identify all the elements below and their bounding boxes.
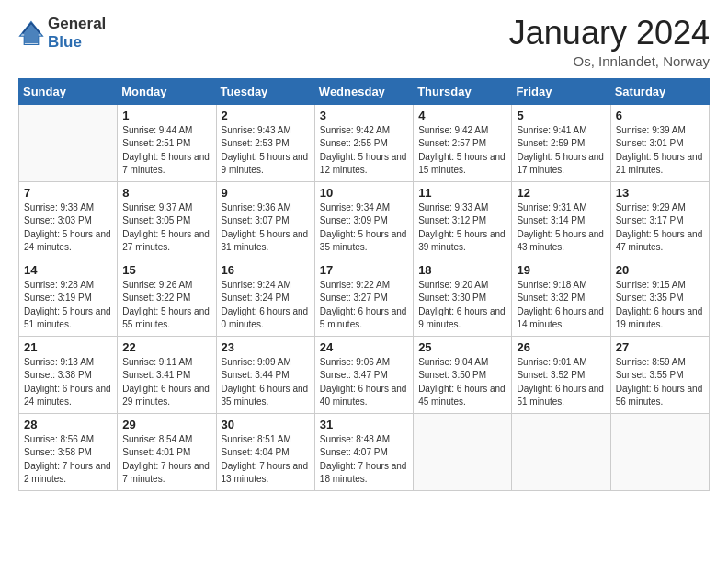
day-number: 12 — [517, 186, 605, 200]
day-number: 29 — [122, 418, 210, 431]
cell-content: Sunrise: 9:11 AMSunset: 3:41 PMDaylight:… — [122, 356, 210, 409]
calendar-row-5: 28Sunrise: 8:56 AMSunset: 3:58 PMDayligh… — [19, 413, 710, 490]
page: General Blue January 2024 Os, Innlandet,… — [0, 0, 728, 563]
day-number: 3 — [320, 109, 408, 122]
cell-content: Sunrise: 8:59 AMSunset: 3:55 PMDaylight:… — [616, 356, 704, 409]
day-number: 16 — [222, 263, 310, 277]
cell-content: Sunrise: 9:18 AMSunset: 3:32 PMDaylight:… — [517, 279, 605, 332]
calendar-cell — [19, 104, 118, 181]
cell-content: Sunrise: 9:39 AMSunset: 3:01 PMDaylight:… — [616, 124, 704, 178]
cell-content: Sunrise: 9:42 AMSunset: 2:57 PMDaylight:… — [418, 124, 506, 178]
calendar-cell: 9Sunrise: 9:36 AMSunset: 3:07 PMDaylight… — [216, 181, 314, 259]
calendar-cell: 1Sunrise: 9:44 AMSunset: 2:51 PMDaylight… — [118, 104, 216, 181]
day-number: 26 — [517, 340, 605, 354]
calendar-row-1: 1Sunrise: 9:44 AMSunset: 2:51 PMDaylight… — [19, 104, 710, 181]
cell-content: Sunrise: 9:13 AMSunset: 3:38 PMDaylight:… — [24, 356, 112, 409]
calendar-cell: 22Sunrise: 9:11 AMSunset: 3:41 PMDayligh… — [118, 336, 216, 413]
cell-content: Sunrise: 9:37 AMSunset: 3:05 PMDaylight:… — [122, 201, 210, 255]
logo-general: General — [48, 15, 106, 33]
calendar-cell: 25Sunrise: 9:04 AMSunset: 3:50 PMDayligh… — [414, 336, 512, 413]
calendar-cell: 31Sunrise: 8:48 AMSunset: 4:07 PMDayligh… — [314, 413, 413, 490]
day-number: 31 — [320, 418, 408, 431]
cell-content: Sunrise: 8:54 AMSunset: 4:01 PMDaylight:… — [122, 433, 210, 487]
logo-icon — [18, 20, 44, 46]
cell-content: Sunrise: 9:09 AMSunset: 3:44 PMDaylight:… — [222, 356, 310, 409]
cell-content: Sunrise: 9:15 AMSunset: 3:35 PMDaylight:… — [616, 279, 704, 332]
day-number: 8 — [122, 186, 210, 200]
calendar-cell: 30Sunrise: 8:51 AMSunset: 4:04 PMDayligh… — [216, 413, 314, 490]
day-number: 30 — [222, 418, 310, 431]
calendar-cell: 19Sunrise: 9:18 AMSunset: 3:32 PMDayligh… — [512, 259, 610, 336]
calendar-cell: 28Sunrise: 8:56 AMSunset: 3:58 PMDayligh… — [19, 413, 118, 490]
cell-content: Sunrise: 9:42 AMSunset: 2:55 PMDaylight:… — [320, 124, 408, 178]
calendar-cell: 12Sunrise: 9:31 AMSunset: 3:14 PMDayligh… — [512, 181, 610, 259]
day-number: 21 — [24, 340, 112, 354]
day-number: 19 — [517, 263, 605, 277]
weekday-header-wednesday: Wednesday — [314, 78, 413, 104]
calendar-cell: 8Sunrise: 9:37 AMSunset: 3:05 PMDaylight… — [118, 181, 216, 259]
calendar-cell — [610, 413, 709, 490]
calendar-location: Os, Innlandet, Norway — [509, 53, 710, 69]
cell-content: Sunrise: 9:01 AMSunset: 3:52 PMDaylight:… — [517, 356, 605, 409]
cell-content: Sunrise: 9:33 AMSunset: 3:12 PMDaylight:… — [418, 201, 506, 255]
cell-content: Sunrise: 9:36 AMSunset: 3:07 PMDaylight:… — [222, 201, 310, 255]
day-number: 28 — [24, 418, 112, 431]
weekday-header-saturday: Saturday — [610, 78, 709, 104]
calendar-cell — [512, 413, 610, 490]
calendar-cell: 29Sunrise: 8:54 AMSunset: 4:01 PMDayligh… — [118, 413, 216, 490]
calendar-title: January 2024 — [509, 15, 710, 52]
calendar-cell: 5Sunrise: 9:41 AMSunset: 2:59 PMDaylight… — [512, 104, 610, 181]
calendar-cell: 24Sunrise: 9:06 AMSunset: 3:47 PMDayligh… — [314, 336, 413, 413]
calendar-cell: 15Sunrise: 9:26 AMSunset: 3:22 PMDayligh… — [118, 259, 216, 336]
calendar-cell: 7Sunrise: 9:38 AMSunset: 3:03 PMDaylight… — [19, 181, 118, 259]
day-number: 6 — [616, 109, 704, 122]
calendar-table: SundayMondayTuesdayWednesdayThursdayFrid… — [18, 78, 710, 491]
cell-content: Sunrise: 9:38 AMSunset: 3:03 PMDaylight:… — [24, 201, 112, 255]
cell-content: Sunrise: 9:24 AMSunset: 3:24 PMDaylight:… — [222, 279, 310, 332]
day-number: 4 — [418, 109, 506, 122]
day-number: 5 — [517, 109, 605, 122]
weekday-header-friday: Friday — [512, 78, 610, 104]
logo: General Blue — [18, 15, 106, 51]
calendar-cell: 26Sunrise: 9:01 AMSunset: 3:52 PMDayligh… — [512, 336, 610, 413]
weekday-header-tuesday: Tuesday — [216, 78, 314, 104]
calendar-row-4: 21Sunrise: 9:13 AMSunset: 3:38 PMDayligh… — [19, 336, 710, 413]
cell-content: Sunrise: 8:51 AMSunset: 4:04 PMDaylight:… — [222, 433, 310, 487]
title-block: January 2024 Os, Innlandet, Norway — [509, 15, 710, 69]
calendar-cell: 14Sunrise: 9:28 AMSunset: 3:19 PMDayligh… — [19, 259, 118, 336]
calendar-cell: 21Sunrise: 9:13 AMSunset: 3:38 PMDayligh… — [19, 336, 118, 413]
cell-content: Sunrise: 9:20 AMSunset: 3:30 PMDaylight:… — [418, 279, 506, 332]
calendar-cell: 17Sunrise: 9:22 AMSunset: 3:27 PMDayligh… — [314, 259, 413, 336]
calendar-cell: 2Sunrise: 9:43 AMSunset: 2:53 PMDaylight… — [216, 104, 314, 181]
day-number: 27 — [616, 340, 704, 354]
day-number: 11 — [418, 186, 506, 200]
day-number: 18 — [418, 263, 506, 277]
day-number: 14 — [24, 263, 112, 277]
cell-content: Sunrise: 9:04 AMSunset: 3:50 PMDaylight:… — [418, 356, 506, 409]
day-number: 24 — [320, 340, 408, 354]
cell-content: Sunrise: 9:29 AMSunset: 3:17 PMDaylight:… — [616, 201, 704, 255]
cell-content: Sunrise: 9:22 AMSunset: 3:27 PMDaylight:… — [320, 279, 408, 332]
cell-content: Sunrise: 9:41 AMSunset: 2:59 PMDaylight:… — [517, 124, 605, 178]
cell-content: Sunrise: 8:48 AMSunset: 4:07 PMDaylight:… — [320, 433, 408, 487]
cell-content: Sunrise: 9:26 AMSunset: 3:22 PMDaylight:… — [122, 279, 210, 332]
calendar-cell: 27Sunrise: 8:59 AMSunset: 3:55 PMDayligh… — [610, 336, 709, 413]
day-number: 17 — [320, 263, 408, 277]
day-number: 1 — [122, 109, 210, 122]
calendar-cell: 13Sunrise: 9:29 AMSunset: 3:17 PMDayligh… — [610, 181, 709, 259]
cell-content: Sunrise: 8:56 AMSunset: 3:58 PMDaylight:… — [24, 433, 112, 487]
weekday-header-sunday: Sunday — [19, 78, 118, 104]
day-number: 20 — [616, 263, 704, 277]
calendar-row-3: 14Sunrise: 9:28 AMSunset: 3:19 PMDayligh… — [19, 259, 710, 336]
header: General Blue January 2024 Os, Innlandet,… — [18, 15, 710, 69]
day-number: 9 — [222, 186, 310, 200]
weekday-header-row: SundayMondayTuesdayWednesdayThursdayFrid… — [19, 78, 710, 104]
weekday-header-thursday: Thursday — [414, 78, 512, 104]
day-number: 13 — [616, 186, 704, 200]
day-number: 7 — [24, 186, 112, 200]
cell-content: Sunrise: 9:06 AMSunset: 3:47 PMDaylight:… — [320, 356, 408, 409]
calendar-cell: 20Sunrise: 9:15 AMSunset: 3:35 PMDayligh… — [610, 259, 709, 336]
cell-content: Sunrise: 9:44 AMSunset: 2:51 PMDaylight:… — [122, 124, 210, 178]
day-number: 2 — [222, 109, 310, 122]
calendar-cell: 16Sunrise: 9:24 AMSunset: 3:24 PMDayligh… — [216, 259, 314, 336]
